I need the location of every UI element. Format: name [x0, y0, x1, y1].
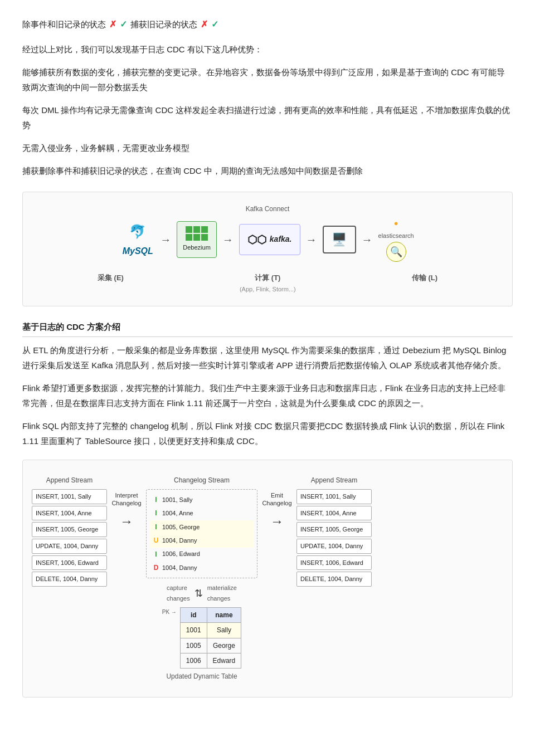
cdc-full-diagram: Append Stream INSERT, 1001, Sally INSERT… [32, 469, 503, 688]
al-row-4: UPDATE, 1004, Danny [32, 539, 107, 554]
transmit-label-item: 传输 (L) [412, 272, 437, 295]
cl-letter-5: I [152, 549, 160, 560]
body-paragraph-2: Flink 希望打通更多数据源，发挥完整的计算能力。我们生产中主要来源于业务日志… [22, 381, 513, 411]
td-id-3: 1006 [180, 653, 207, 668]
td-name-3: Edward [207, 653, 241, 668]
tr-3: 1006 Edward [180, 653, 241, 668]
td-id-1: 1001 [180, 623, 207, 638]
elastic-label: elasticsearch [378, 231, 414, 241]
td-name-2: George [207, 638, 241, 653]
changelog-inner: I 1001, Sally I 1004, Anne I 1005, Georg… [146, 489, 257, 578]
compute-node: 🖥️ [323, 226, 356, 253]
dsq1 [186, 226, 192, 233]
collect-label-item: 采集 (E) [98, 272, 124, 295]
cl-row-4: U 1004, Danny [150, 534, 254, 547]
kafka-node: ⬡⬡ kafka. [239, 224, 300, 255]
cl-letter-1: I [152, 494, 160, 505]
cl-row-3: I 1005, George [150, 520, 254, 534]
collect-main-label: 采集 (E) [98, 272, 124, 284]
pk-label: PK → [162, 607, 177, 617]
mysql-dolphin-icon: 🐬 [129, 221, 146, 243]
th-id: id [180, 607, 207, 622]
compute-sub-label: (App, Flink, Storm...) [240, 284, 296, 295]
td-name-1: Sally [207, 623, 241, 638]
cl-letter-2: I [152, 508, 160, 519]
append-right-title: Append Stream [296, 475, 372, 486]
debezium-squares [186, 226, 208, 241]
ar-row-2: INSERT, 1004, Anne [296, 506, 372, 521]
cl-row-2: I 1004, Anne [150, 506, 254, 520]
elastic-logo-icon: 🔍 [386, 242, 406, 262]
al-row-2: INSERT, 1004, Anne [32, 506, 107, 521]
advantages-list: 能够捕获所有数据的变化，捕获完整的变更记录。在异地容灾，数据备份等场景中得到广泛… [22, 65, 513, 178]
kafka-dots-icon: ⬡⬡ [247, 230, 266, 249]
compute-main-label: 计算 (T) [240, 272, 296, 284]
status1-check-icon: ✓ [120, 17, 127, 32]
al-row-5: INSERT, 1006, Edward [32, 555, 107, 570]
arch-flow: 🐬 MySQL → Debezium → ⬡⬡ [121, 217, 414, 262]
cl-row-1: I 1001, Sally [150, 493, 254, 506]
emit-section: EmitChangelog → [257, 475, 296, 533]
ar-row-5: INSERT, 1006, Edward [296, 555, 372, 570]
cl-letter-4: U [152, 535, 160, 546]
cl-content-6: 1004, Danny [162, 563, 251, 573]
ar-row-6: DELETE, 1004, Danny [296, 572, 372, 587]
ar-row-3: INSERT, 1005, George [296, 522, 372, 537]
mysql-node: 🐬 MySQL [121, 228, 154, 251]
advantage-2: 每次 DML 操作均有记录无需像查询 CDC 这样发起全表扫描进行过滤，拥有更高… [22, 103, 513, 133]
capture-materialize: capturechanges ⇅ materializechanges [167, 583, 237, 603]
changelog-stream-col: Changelog Stream I 1001, Sally I 1004, A… [146, 475, 257, 682]
al-row-1: INSERT, 1001, Sally [32, 489, 107, 504]
emit-arrow: → [270, 510, 284, 533]
cl-letter-3: I [152, 521, 160, 533]
compute-box: 🖥️ [323, 226, 356, 253]
mysql-text: MySQL [123, 243, 153, 258]
tr-1: 1001 Sally [180, 623, 241, 638]
cdc-diagram-container: Append Stream INSERT, 1001, Sally INSERT… [22, 460, 513, 698]
dynamic-table: id name 1001 Sally 1005 George [180, 607, 241, 669]
advantage-4: 捕获删除事件和捕获旧记录的状态，在查询 CDC 中，周期的查询无法感知中间数据是… [22, 163, 513, 178]
cl-content-2: 1004, Anne [162, 508, 251, 519]
cl-content-1: 1001, Sally [162, 495, 251, 505]
header-status-line: 除事件和旧记录的状态 ✗ ✓ 捕获旧记录的状态 ✗ ✓ [22, 17, 513, 32]
capture-label: capturechanges [167, 583, 190, 603]
table-caption: Updated Dynamic Table [166, 671, 237, 682]
compute-label-item: 计算 (T) (App, Flink, Storm...) [240, 272, 296, 295]
cl-content-3: 1005, George [162, 522, 251, 533]
cl-row-6: D 1004, Danny [150, 561, 254, 574]
elastic-box: ● elasticsearch 🔍 [378, 217, 414, 262]
cl-content-5: 1006, Edward [162, 549, 251, 559]
td-id-2: 1005 [180, 638, 207, 653]
al-row-6: DELETE, 1004, Danny [32, 572, 107, 587]
th-name: name [207, 607, 241, 622]
changelog-stream-title: Changelog Stream [146, 475, 257, 486]
status2-x-icon: ✗ [201, 17, 208, 32]
dsq4 [186, 234, 192, 241]
ar-row-4: UPDATE, 1004, Danny [296, 539, 372, 554]
mysql-logo: 🐬 MySQL [121, 228, 154, 251]
arrow-compute-elastic: → [362, 234, 373, 245]
append-stream-right: Append Stream INSERT, 1001, Sally INSERT… [296, 475, 372, 587]
advantage-3: 无需入侵业务，业务解耦，无需更改业务模型 [22, 140, 513, 155]
dsq3 [201, 226, 208, 233]
cl-letter-6: D [152, 562, 160, 573]
advantage-1: 能够捕获所有数据的变化，捕获完整的变更记录。在异地容灾，数据备份等场景中得到广泛… [22, 65, 513, 95]
arch-bottom-labels: 采集 (E) 计算 (T) (App, Flink, Storm...) 传输 … [40, 272, 495, 295]
interpret-arrow: → [120, 510, 133, 533]
tr-2: 1005 George [180, 638, 241, 653]
kafka-label: kafka. [270, 233, 292, 246]
cl-content-4: 1004, Danny [162, 535, 251, 546]
table-with-pk: PK → id name 1001 Sally [162, 607, 242, 669]
body-paragraph-3: Flink SQL 内部支持了完整的 changelog 机制，所以 Flink… [22, 418, 513, 448]
intro-paragraph: 经过以上对比，我们可以发现基于日志 CDC 有以下这几种优势： [22, 42, 513, 57]
kafka-connect-label: Kafka Connect [246, 203, 290, 214]
double-arrow-icon: ⇅ [194, 585, 203, 602]
interpret-label: InterpretChangelog [111, 491, 141, 508]
dsq5 [193, 234, 200, 241]
dsq6 [201, 234, 208, 241]
debezium-box: Debezium [177, 221, 217, 258]
append-left-rows: INSERT, 1001, Sally INSERT, 1004, Anne I… [32, 489, 107, 587]
debezium-node: Debezium [177, 221, 217, 258]
cl-row-5: I 1006, Edward [150, 548, 254, 561]
al-row-3: INSERT, 1005, George [32, 522, 107, 537]
